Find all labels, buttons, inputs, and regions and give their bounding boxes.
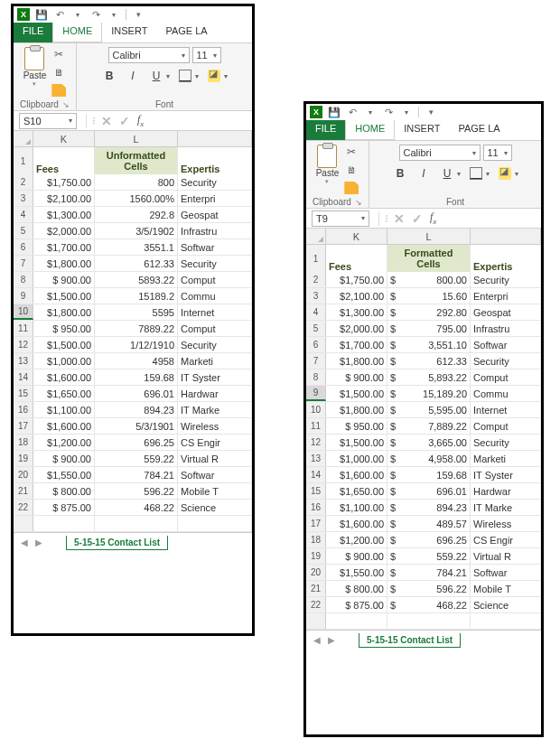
cell[interactable]: Marketi <box>178 353 252 369</box>
row-header[interactable]: 8 <box>14 272 33 287</box>
redo-dropdown-icon[interactable]: ▾ <box>400 106 413 118</box>
row-header[interactable]: 8 <box>306 369 326 385</box>
cell[interactable]: $ 950.00 <box>326 418 387 434</box>
cell[interactable]: $696.25 <box>387 532 471 547</box>
cell[interactable]: Commu <box>471 386 541 401</box>
cell[interactable]: $ 900.00 <box>326 548 387 564</box>
cell[interactable]: $784.21 <box>387 565 471 580</box>
cell[interactable]: $1,550.00 <box>33 467 95 482</box>
row-header[interactable]: 11 <box>306 418 326 434</box>
row-header[interactable] <box>14 516 33 531</box>
row-header[interactable]: 22 <box>14 500 33 515</box>
cell[interactable]: $292.80 <box>387 304 471 320</box>
cell[interactable]: 4958 <box>95 353 178 369</box>
cell[interactable]: Internet <box>178 304 252 320</box>
row-header[interactable]: 16 <box>14 402 33 417</box>
cell[interactable]: $2,000.00 <box>326 321 387 336</box>
cell[interactable]: $1,600.00 <box>326 467 387 482</box>
row-header[interactable]: 18 <box>14 435 33 450</box>
row-header[interactable]: 1 <box>14 147 33 174</box>
italic-button[interactable]: I <box>125 69 141 83</box>
dialog-launcher-icon[interactable]: ↘ <box>355 198 362 207</box>
sheet-tab-active[interactable]: 5-15-15 Contact List <box>66 536 168 550</box>
bold-button[interactable]: B <box>392 166 408 181</box>
cell[interactable]: 1560.00% <box>95 191 178 206</box>
row-header[interactable]: 5 <box>306 321 326 336</box>
cell[interactable]: $894.23 <box>387 500 471 515</box>
row-header[interactable]: 1 <box>306 245 326 272</box>
cell[interactable]: $1,500.00 <box>326 386 387 401</box>
cell[interactable]: 784.21 <box>95 467 178 482</box>
cell[interactable]: Commu <box>178 288 252 304</box>
sheet-tab-active[interactable]: 5-15-15 Contact List <box>359 633 461 648</box>
cell[interactable]: 894.23 <box>95 402 178 417</box>
cell[interactable]: $1,500.00 <box>33 337 95 352</box>
borders-dropdown-icon[interactable]: ▾ <box>195 72 199 80</box>
cell[interactable]: Security <box>178 337 252 352</box>
row-header[interactable]: 11 <box>14 321 33 336</box>
sheet-nav-prev-icon[interactable]: ◀ <box>312 635 322 645</box>
row-header[interactable]: 7 <box>14 256 33 271</box>
select-all-corner[interactable] <box>14 131 33 146</box>
cell[interactable]: Softwar <box>178 239 252 255</box>
cell[interactable]: 800 <box>95 174 178 190</box>
cell[interactable]: $5,893.22 <box>387 369 471 385</box>
save-icon[interactable]: 💾 <box>35 8 48 21</box>
row-header[interactable]: 2 <box>14 174 33 190</box>
cell[interactable]: $1,000.00 <box>33 353 95 369</box>
cell[interactable]: IT Syster <box>178 369 252 385</box>
fill-color-button[interactable] <box>497 166 513 181</box>
cell[interactable]: 159.68 <box>95 369 178 385</box>
cell[interactable]: Virtual R <box>471 548 541 564</box>
cell[interactable]: CS Engir <box>471 532 541 547</box>
cell[interactable]: $15,189.20 <box>387 386 471 401</box>
column-header-l[interactable]: L <box>387 229 471 244</box>
cell[interactable]: Security <box>471 435 541 450</box>
cell[interactable]: $489.57 <box>387 516 471 531</box>
cell[interactable]: Infrastru <box>471 321 541 336</box>
column-header-l[interactable]: L <box>95 131 178 146</box>
row-header[interactable]: 2 <box>306 272 326 287</box>
sheet-nav-prev-icon[interactable]: ◀ <box>19 538 30 547</box>
cell[interactable]: Comput <box>178 321 252 336</box>
cell[interactable]: $ 900.00 <box>33 451 95 466</box>
cell[interactable]: $2,100.00 <box>326 288 387 304</box>
cell[interactable]: Wireless <box>471 516 541 531</box>
cell[interactable]: Infrastru <box>178 223 252 238</box>
cell[interactable]: 7889.22 <box>95 321 178 336</box>
cell[interactable]: 696.01 <box>95 386 178 401</box>
row-header[interactable]: 21 <box>14 483 33 499</box>
tab-insert[interactable]: INSERT <box>395 120 449 140</box>
cell[interactable]: $ 900.00 <box>326 369 387 385</box>
row-header[interactable]: 22 <box>306 597 326 612</box>
grid-body[interactable]: 1FeesFormattedCellsExpertis2$1,750.00$80… <box>306 245 541 630</box>
cell[interactable]: $1,200.00 <box>33 435 95 450</box>
cell[interactable]: $1,800.00 <box>33 304 95 320</box>
cell[interactable]: $159.68 <box>387 467 471 482</box>
column-header-m[interactable] <box>471 229 541 244</box>
dialog-launcher-icon[interactable]: ↘ <box>62 100 70 109</box>
cell-expertise-header[interactable]: Expertis <box>178 147 252 174</box>
cell[interactable]: Softwar <box>471 337 541 352</box>
borders-button[interactable] <box>177 69 193 83</box>
expand-handle[interactable]: ⁝ <box>90 115 98 127</box>
cell[interactable]: Softwar <box>178 467 252 482</box>
sheet-nav-next-icon[interactable]: ▶ <box>326 635 337 645</box>
fill-color-button[interactable] <box>206 69 222 83</box>
undo-icon[interactable]: ↶ <box>53 8 66 21</box>
column-header-k[interactable]: K <box>326 229 387 244</box>
cell[interactable]: Geospat <box>471 304 541 320</box>
row-header[interactable]: 20 <box>14 467 33 482</box>
cell[interactable]: $3,551.10 <box>387 337 471 352</box>
underline-button[interactable]: U <box>439 166 455 181</box>
cell[interactable]: Mobile T <box>471 581 541 596</box>
row-header[interactable]: 12 <box>306 435 326 450</box>
row-header[interactable] <box>306 613 326 629</box>
row-header[interactable]: 19 <box>306 548 326 564</box>
cell[interactable]: CS Engir <box>178 435 252 450</box>
cell[interactable]: IT Marke <box>471 500 541 515</box>
name-box[interactable]: T9▾ <box>312 210 369 227</box>
cell[interactable]: Wireless <box>178 418 252 434</box>
cell[interactable]: $1,800.00 <box>33 256 95 271</box>
cell[interactable]: $2,000.00 <box>33 223 95 238</box>
